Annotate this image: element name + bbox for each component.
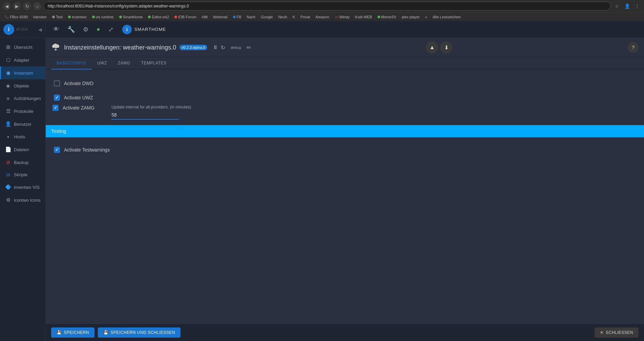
zamg-checkbox-row: Activate ZAMG — [52, 105, 94, 111]
toolbar-brand: i SMARTHOME — [122, 25, 166, 34]
expand-button[interactable]: ⤢ — [106, 24, 115, 35]
save-button[interactable]: 💾 SPEICHERN — [51, 327, 94, 338]
sidebar-item-label: Adapter — [14, 58, 29, 63]
sidebar-item-objekte[interactable]: ◈ Objekte — [0, 79, 45, 92]
activate-dwd-checkbox[interactable] — [54, 80, 60, 86]
activate-uwz-row: Activate UWZ — [52, 91, 637, 105]
bookmark-smarthome[interactable]: SmartHome — [117, 14, 145, 20]
bookmark-kodi[interactable]: Kodi WEB — [353, 14, 374, 20]
url-bar[interactable]: http://localhost:8091/#tab-instances/con… — [43, 2, 611, 11]
tab-templates[interactable]: TEMPLATES — [136, 57, 172, 69]
bookmark-hm[interactable]: HM — [200, 14, 210, 20]
url-text: http://localhost:8091/#tab-instances/con… — [48, 4, 189, 8]
tab-basicconfig[interactable]: BASICCONFIG — [51, 57, 92, 69]
sidebar-item-label: Hosts — [14, 134, 25, 139]
sidebar-item-label: icontwo Icons — [14, 198, 41, 203]
green-button[interactable]: ● — [94, 24, 102, 35]
bookmark-neuh[interactable]: Neuh — [276, 14, 289, 20]
nav-refresh-button[interactable]: ↻ — [23, 2, 31, 10]
bookmark-amazon[interactable]: Amazon — [314, 14, 331, 20]
activate-zamg-row: Activate ZAMG Update interval for all pr… — [52, 105, 637, 120]
activate-testwarnings-checkbox[interactable] — [54, 147, 60, 153]
nav-forward-button[interactable]: ▶ — [13, 2, 21, 10]
testing-section-header[interactable]: Testing — [46, 125, 644, 137]
close-button[interactable]: ✕ SCHLIESSEN — [595, 327, 639, 338]
bottom-bar: 💾 SPEICHERN 💾 SPEICHERN UND SCHLIESSEN ✕… — [46, 324, 644, 341]
sidebar-item-benutzer[interactable]: 👤 Benutzer — [0, 118, 45, 131]
help-button[interactable]: ? — [628, 42, 639, 53]
bookmark-fbox[interactable]: 📞 FBox 6590 — [3, 14, 30, 20]
backup-icon: ⊘ — [5, 159, 11, 165]
protokolle-icon: ☰ — [5, 108, 11, 114]
bookmark-vis-runtime[interactable]: vis runtime — [90, 14, 116, 20]
nav-back-button[interactable]: ◀ — [3, 2, 11, 10]
bookmark-editor-vis2[interactable]: Editor.vis2 — [146, 14, 171, 20]
bookmark-inventwo[interactable]: inventwo — [66, 14, 88, 20]
pause-button[interactable]: ⏸ — [213, 44, 218, 51]
refresh-button[interactable]: ↻ — [221, 44, 225, 51]
sidebar-nav: ⊞ Übersicht ⬡ Adapter ◉ Instanzen ◈ Obje… — [0, 38, 45, 341]
sidebar-item-adapter[interactable]: ⬡ Adapter — [0, 54, 45, 66]
sidebar-item-aufzahlungen[interactable]: ≡ Aufzählungen — [0, 92, 45, 105]
bookmark-test[interactable]: Test — [50, 14, 65, 20]
edit-button[interactable]: ✏ — [246, 44, 251, 51]
sidebar-item-ubersicht[interactable]: ⊞ Übersicht — [0, 41, 45, 54]
save-close-button[interactable]: 💾 SPEICHERN UND SCHLIESSEN — [98, 327, 180, 338]
gear-button[interactable]: ⚙ — [81, 24, 90, 35]
sidebar-item-skripte[interactable]: 15 Skripte — [0, 169, 45, 181]
update-interval-input[interactable] — [111, 111, 179, 120]
bookmark-nach[interactable]: Nach — [245, 14, 258, 20]
sidebar-item-label: Skripte — [14, 172, 27, 177]
inventwo-vis-icon: 🔷 — [5, 184, 11, 190]
bookmark-iob-forum[interactable]: IOB Forum — [172, 14, 198, 20]
bookmark-privat[interactable]: Privat — [299, 14, 312, 20]
hosts-icon: ▪ — [5, 134, 11, 140]
bookmarks-bar: 📞 FBox 6590 lobroker Test inventwo vis r… — [0, 12, 644, 21]
close-icon: ✕ — [600, 330, 604, 335]
config-tabs: BASICCONFIG UWZ ZAMG TEMPLATES — [46, 57, 644, 69]
browser-menu-btn[interactable]: ⋮ — [633, 2, 641, 10]
main-content: 👁 🔧 ⚙ ● ⤢ i SMARTHOME 🌩 Instanzeinstellu… — [46, 21, 644, 341]
sidebar-item-label: Protokolle — [14, 109, 34, 114]
browser-chrome: ◀ ▶ ↻ ⌂ http://localhost:8091/#tab-insta… — [0, 0, 644, 21]
bookmark-fb[interactable]: FB — [231, 14, 243, 20]
brand-name: SMARTHOME — [134, 27, 166, 32]
instance-controls: ⏸ ↻ — [213, 44, 225, 51]
bookmark-alle[interactable]: Alle Lesezeichen — [431, 14, 463, 20]
sidebar-item-dateien[interactable]: 📄 Dateien — [0, 143, 45, 156]
browser-bookmark-btn[interactable]: ☆ — [613, 2, 621, 10]
bookmark-meine-sv[interactable]: MeineSV — [375, 14, 399, 20]
scroll-down-button[interactable]: ⬇ — [440, 41, 452, 54]
update-interval-section: Update interval for all providers. (in m… — [101, 105, 191, 120]
tab-zamg[interactable]: ZAMG — [112, 57, 136, 69]
bookmark-plex[interactable]: plex player — [400, 14, 422, 20]
nav-home-button[interactable]: ⌂ — [33, 2, 41, 10]
eye-button[interactable]: 👁 — [51, 24, 61, 35]
bookmark-windy[interactable]: 🌬 Windy — [332, 14, 352, 20]
activate-uwz-checkbox[interactable] — [54, 95, 60, 101]
sidebar-item-hosts[interactable]: ▪ Hosts — [0, 131, 45, 143]
skripte-icon: 15 — [5, 173, 11, 177]
sidebar-item-protokolle[interactable]: ☰ Protokolle — [0, 105, 45, 118]
bookmark-webmail[interactable]: Webmail — [211, 14, 230, 20]
activate-testwarnings-label: Activate Testwarnings — [64, 147, 110, 153]
sidebar-item-label: Dateien — [14, 147, 29, 152]
activate-zamg-checkbox[interactable] — [52, 105, 59, 111]
bookmark-more[interactable]: » — [423, 14, 429, 20]
sidebar-version: v6.10.4 — [16, 27, 27, 31]
sidebar-item-instanzen[interactable]: ◉ Instanzen — [0, 66, 45, 79]
instance-icon: 🌩 — [51, 42, 61, 53]
save-icon: 💾 — [57, 330, 62, 335]
bookmark-k[interactable]: K — [291, 14, 297, 20]
bookmark-google[interactable]: Google — [259, 14, 275, 20]
browser-user-btn[interactable]: 👤 — [623, 2, 631, 10]
sidebar-item-inventwo-vis[interactable]: 🔷 inventwo VIS — [0, 181, 45, 194]
sidebar-item-label: Benutzer — [14, 122, 31, 127]
sidebar-item-backup[interactable]: ⊘ Backup — [0, 156, 45, 169]
wrench-button[interactable]: 🔧 — [65, 24, 77, 35]
scroll-up-button[interactable]: ▲ — [426, 41, 438, 54]
tab-uwz[interactable]: UWZ — [92, 57, 112, 69]
bookmark-lobroker[interactable]: lobroker — [31, 14, 49, 20]
sidebar-collapse-button[interactable]: ◀ — [38, 27, 42, 32]
sidebar-item-icontwo-icons[interactable]: ⚙ icontwo Icons — [0, 194, 45, 206]
